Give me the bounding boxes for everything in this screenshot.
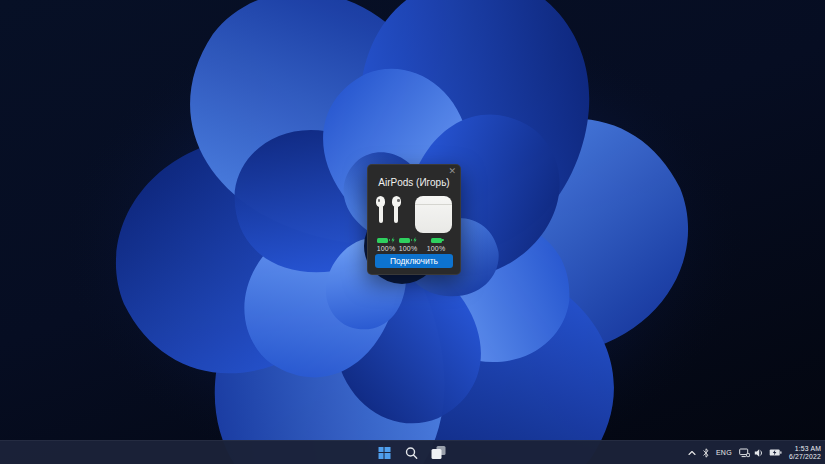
taskbar-center-icons: [374, 441, 448, 464]
battery-full-icon: [431, 238, 442, 243]
popup-title: AirPods (Игорь): [368, 177, 460, 188]
battery-full-icon: [399, 238, 410, 243]
left-earbud-icon: [376, 196, 385, 234]
close-icon[interactable]: ✕: [448, 165, 456, 177]
right-earbud-icon: [392, 196, 401, 234]
bluetooth-icon[interactable]: [703, 448, 709, 458]
chevron-up-icon[interactable]: [688, 450, 696, 456]
taskbar: ENG 1:53 AM 6/27/2022: [0, 440, 825, 464]
left-earbud-battery: 100%: [375, 237, 397, 252]
search-icon: [404, 446, 418, 460]
tray-icon-cluster[interactable]: [739, 448, 782, 458]
case-battery: 100%: [425, 237, 447, 252]
swift-pair-popup: ✕ AirPods (Игорь): [367, 164, 461, 275]
charging-bolt-icon: [391, 237, 395, 243]
windows-logo-icon: [378, 447, 390, 459]
tray-time: 1:53 AM: [795, 445, 821, 453]
battery-icon: [769, 448, 782, 457]
system-tray: ENG 1:53 AM 6/27/2022: [688, 441, 821, 464]
airpods-case-icon: [415, 196, 452, 233]
battery-full-icon: [377, 238, 388, 243]
battery-percent: 100%: [427, 245, 446, 252]
search-button[interactable]: [401, 444, 421, 462]
battery-row: 100% 100% 100%: [368, 237, 460, 252]
connect-button[interactable]: Подключить: [375, 254, 453, 268]
right-earbud-battery: 100%: [397, 237, 419, 252]
start-button[interactable]: [374, 444, 394, 462]
task-view-button[interactable]: [428, 444, 448, 462]
device-images: [368, 195, 460, 235]
battery-percent: 100%: [377, 245, 396, 252]
airpods-earbuds-icon: [376, 196, 401, 234]
charging-bolt-icon: [413, 237, 417, 243]
language-indicator[interactable]: ENG: [716, 449, 732, 456]
volume-icon: [754, 448, 764, 458]
battery-percent: 100%: [399, 245, 418, 252]
desktop: ✕ AirPods (Игорь): [0, 0, 825, 464]
clock[interactable]: 1:53 AM 6/27/2022: [789, 445, 821, 461]
task-view-icon: [431, 446, 445, 459]
network-icon: [739, 448, 750, 458]
tray-date: 6/27/2022: [789, 453, 821, 461]
